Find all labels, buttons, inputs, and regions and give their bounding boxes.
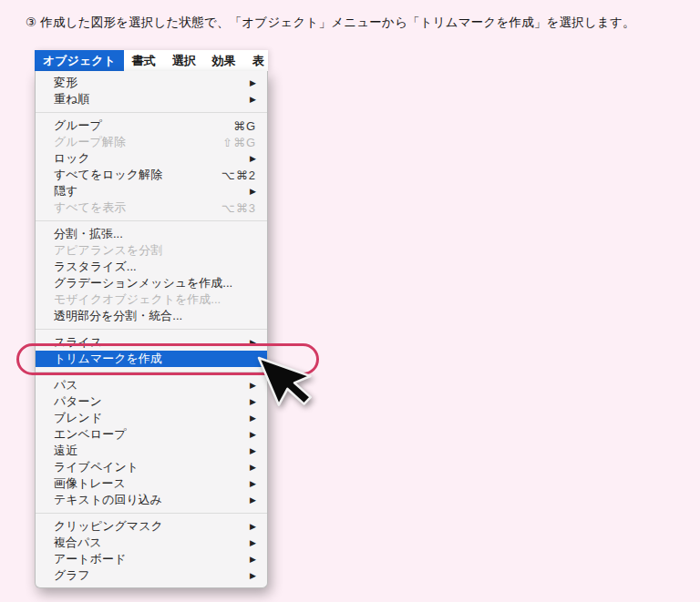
menu-item-label: スライス [54, 334, 250, 351]
menu-item[interactable]: テキストの回り込み▶ [36, 492, 267, 508]
menu-item[interactable]: すべてをロック解除⌥⌘2 [36, 167, 267, 183]
menu-item[interactable]: 複合パス▶ [36, 535, 267, 551]
menu-item[interactable]: パターン▶ [36, 393, 267, 410]
menu-item: グループ解除⇧⌘G [36, 134, 267, 150]
menubar: オブジェクト書式選択効果表 [35, 50, 268, 71]
menubar-item[interactable]: 書式 [124, 50, 164, 71]
menu-item[interactable]: ブレンド▶ [36, 410, 267, 426]
menu-item[interactable]: 分割・拡張... [36, 226, 267, 242]
menu-item[interactable]: ロック▶ [36, 150, 267, 167]
submenu-arrow-icon: ▶ [250, 338, 256, 347]
page: ③ 作成した図形を選択した状態で、「オブジェクト」メニューから「トリムマークを作… [0, 0, 700, 602]
menu-item[interactable]: 遠近▶ [36, 443, 267, 459]
menu-item[interactable]: 透明部分を分割・統合... [36, 308, 267, 324]
submenu-arrow-icon: ▶ [250, 95, 256, 104]
menu-item[interactable]: 画像トレース▶ [36, 475, 267, 492]
submenu-arrow-icon: ▶ [250, 430, 256, 439]
submenu-arrow-icon: ▶ [250, 413, 256, 423]
menubar-item[interactable]: 選択 [164, 50, 204, 71]
menu-item[interactable]: エンベロープ▶ [36, 426, 267, 443]
submenu-arrow-icon: ▶ [250, 522, 256, 531]
submenu-arrow-icon: ▶ [250, 381, 256, 390]
menu-item-shortcut: ⌘G [233, 119, 256, 133]
menu-item: アピアランスを分割 [36, 242, 267, 259]
menu-item-shortcut: ⇧⌘G [222, 136, 256, 149]
menu-item[interactable]: 変形▶ [36, 75, 267, 91]
menu-item-label: グラデーションメッシュを作成... [54, 275, 256, 291]
menu-item-label: 隠す [54, 183, 250, 199]
menu-item-label: 遠近 [54, 443, 250, 459]
submenu-arrow-icon: ▶ [250, 495, 256, 505]
submenu-arrow-icon: ▶ [250, 463, 256, 472]
submenu-arrow-icon: ▶ [250, 479, 256, 488]
menu-item: モザイクオブジェクトを作成... [36, 291, 267, 308]
menu-item-label: 変形 [54, 75, 250, 91]
menu-item-label: エンベロープ [54, 426, 250, 443]
menu-item-label: モザイクオブジェクトを作成... [54, 291, 256, 308]
menu-item-label: ラスタライズ... [54, 259, 256, 275]
menu-item[interactable]: グラフ▶ [36, 567, 267, 584]
menubar-item[interactable]: 表 [244, 50, 268, 71]
menu-item-label: パターン [54, 393, 250, 410]
menu-item-label: グループ [54, 117, 233, 134]
menu-separator [36, 372, 267, 372]
menu-item[interactable]: グラデーションメッシュを作成... [36, 275, 267, 291]
menu-item-label: 分割・拡張... [54, 226, 256, 242]
submenu-arrow-icon: ▶ [250, 397, 256, 406]
menu-item[interactable]: クリッピングマスク▶ [36, 518, 267, 535]
object-menu: オブジェクト書式選択効果表 変形▶重ね順▶グループ⌘Gグループ解除⇧⌘Gロック▶… [35, 50, 268, 588]
menu-item[interactable]: ライブペイント▶ [36, 459, 267, 475]
submenu-arrow-icon: ▶ [250, 446, 256, 455]
submenu-arrow-icon: ▶ [250, 187, 256, 196]
menu-item-label: アピアランスを分割 [54, 242, 256, 259]
menu-item-create-trim-marks[interactable]: トリムマークを作成 [36, 351, 267, 367]
menu-item[interactable]: 隠す▶ [36, 183, 267, 199]
menu-item[interactable]: 重ね順▶ [36, 91, 267, 107]
submenu-arrow-icon: ▶ [250, 538, 256, 547]
menu-separator [36, 220, 267, 221]
menu-item-label: グラフ [54, 567, 250, 584]
menu-item-label: ライブペイント [54, 459, 250, 475]
menu-item-label: ブレンド [54, 410, 250, 426]
menu-separator [36, 112, 267, 113]
menu-item[interactable]: アートボード▶ [36, 551, 267, 567]
menu-item-label: 透明部分を分割・統合... [54, 308, 256, 324]
menubar-item-object-active[interactable]: オブジェクト [35, 50, 124, 71]
menu-item-label: クリッピングマスク [54, 518, 250, 535]
instruction-text: ③ 作成した図形を選択した状態で、「オブジェクト」メニューから「トリムマークを作… [26, 15, 635, 31]
menu-item[interactable]: スライス▶ [36, 334, 267, 351]
submenu-arrow-icon: ▶ [250, 571, 256, 580]
menu-item-label: テキストの回り込み [54, 492, 250, 508]
dropdown-panel: 変形▶重ね順▶グループ⌘Gグループ解除⇧⌘Gロック▶すべてをロック解除⌥⌘2隠す… [35, 71, 268, 588]
menu-item-label: 複合パス [54, 535, 250, 551]
menu-item[interactable]: パス▶ [36, 377, 267, 393]
menu-item-label: ロック [54, 150, 250, 167]
menu-item-shortcut: ⌥⌘2 [221, 168, 256, 182]
submenu-arrow-icon: ▶ [250, 555, 256, 564]
menu-item-label: すべてを表示 [54, 199, 221, 216]
menu-item-label: 重ね順 [54, 91, 250, 107]
menu-item-label: すべてをロック解除 [54, 167, 221, 183]
menu-separator [36, 329, 267, 330]
menu-item[interactable]: ラスタライズ... [36, 259, 267, 275]
submenu-arrow-icon: ▶ [250, 78, 256, 87]
menu-item-label: トリムマークを作成 [54, 351, 256, 367]
menu-item-label: パス [54, 377, 250, 393]
menubar-item[interactable]: 効果 [204, 50, 244, 71]
menu-separator [36, 513, 267, 514]
menu-item-label: グループ解除 [54, 134, 222, 150]
menu-item-shortcut: ⌥⌘3 [221, 201, 256, 215]
menu-item: すべてを表示⌥⌘3 [36, 199, 267, 216]
menu-item-label: 画像トレース [54, 475, 250, 492]
submenu-arrow-icon: ▶ [250, 154, 256, 163]
menu-item-label: アートボード [54, 551, 250, 567]
menu-item[interactable]: グループ⌘G [36, 117, 267, 134]
